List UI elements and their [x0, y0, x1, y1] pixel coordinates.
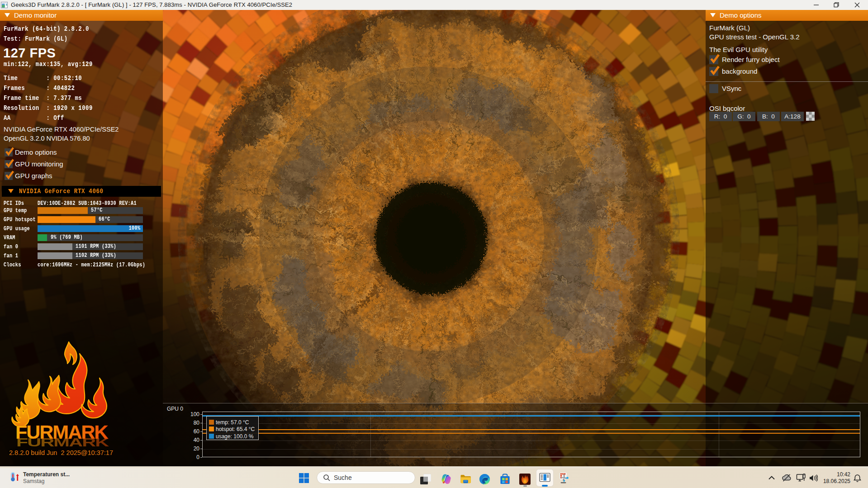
svg-text:FURMARK: FURMARK: [15, 421, 108, 443]
